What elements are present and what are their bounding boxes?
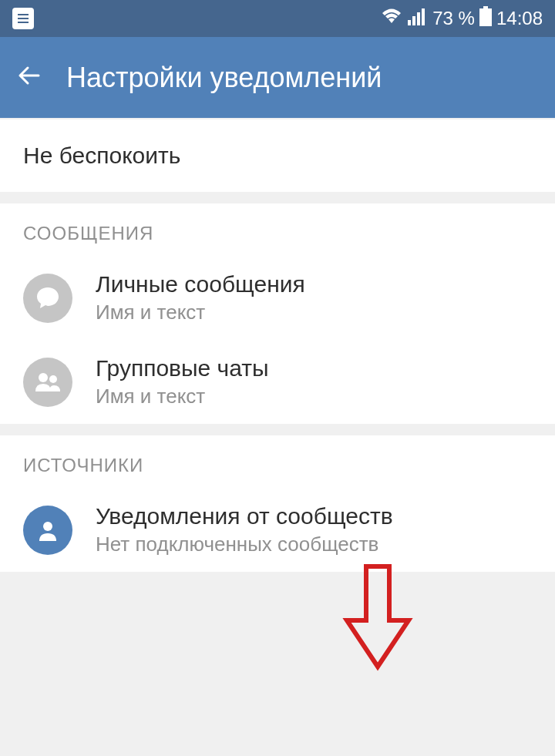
person-icon bbox=[23, 506, 72, 555]
item-primary-label: Уведомления от сообществ bbox=[96, 503, 393, 529]
item-community-notifications[interactable]: Уведомления от сообществ Нет подключенны… bbox=[0, 488, 555, 572]
item-secondary-label: Имя и текст bbox=[96, 301, 305, 324]
item-secondary-label: Имя и текст bbox=[96, 385, 269, 408]
svg-point-8 bbox=[43, 522, 52, 531]
chat-icon bbox=[23, 274, 72, 323]
section-sources: Источники Уведомления от сообществ Нет п… bbox=[0, 435, 555, 572]
svg-point-7 bbox=[49, 375, 57, 383]
page-title: Настройки уведомлений bbox=[66, 62, 382, 94]
signal-icon bbox=[408, 7, 428, 30]
svg-rect-2 bbox=[417, 12, 420, 25]
app-bar: Настройки уведомлений bbox=[0, 37, 555, 118]
back-button[interactable] bbox=[15, 62, 43, 94]
wifi-icon bbox=[380, 7, 403, 30]
item-text: Уведомления от сообществ Нет подключенны… bbox=[96, 503, 393, 556]
battery-percent: 73 % bbox=[432, 8, 475, 29]
item-primary-label: Групповые чаты bbox=[96, 355, 269, 381]
arrow-annotation bbox=[339, 563, 416, 681]
clock-time: 14:08 bbox=[496, 8, 543, 29]
battery-icon bbox=[479, 6, 492, 31]
item-do-not-disturb[interactable]: Не беспокоить bbox=[0, 119, 555, 192]
status-left bbox=[12, 8, 34, 29]
svg-rect-4 bbox=[483, 6, 488, 8]
section-header-messages: Сообщения bbox=[0, 203, 555, 256]
svg-rect-3 bbox=[422, 8, 425, 25]
svg-point-6 bbox=[39, 373, 48, 382]
item-primary-label: Личные сообщения bbox=[96, 271, 305, 297]
item-text: Групповые чаты Имя и текст bbox=[96, 355, 269, 408]
svg-rect-1 bbox=[412, 16, 415, 25]
item-group-chats[interactable]: Групповые чаты Имя и текст bbox=[0, 340, 555, 424]
svg-rect-5 bbox=[479, 8, 492, 26]
svg-rect-0 bbox=[408, 20, 411, 25]
item-label: Не беспокоить bbox=[23, 143, 180, 169]
section-header-sources: Источники bbox=[0, 435, 555, 488]
item-text: Личные сообщения Имя и текст bbox=[96, 271, 305, 324]
menu-icon bbox=[12, 8, 34, 29]
section-messages: Сообщения Личные сообщения Имя и текст Г… bbox=[0, 203, 555, 424]
item-secondary-label: Нет подключенных сообществ bbox=[96, 533, 393, 556]
group-icon bbox=[23, 358, 72, 407]
status-bar: 73 % 14:08 bbox=[0, 0, 555, 37]
section-dnd: Не беспокоить bbox=[0, 119, 555, 192]
item-private-messages[interactable]: Личные сообщения Имя и текст bbox=[0, 256, 555, 340]
status-right: 73 % 14:08 bbox=[380, 6, 543, 31]
